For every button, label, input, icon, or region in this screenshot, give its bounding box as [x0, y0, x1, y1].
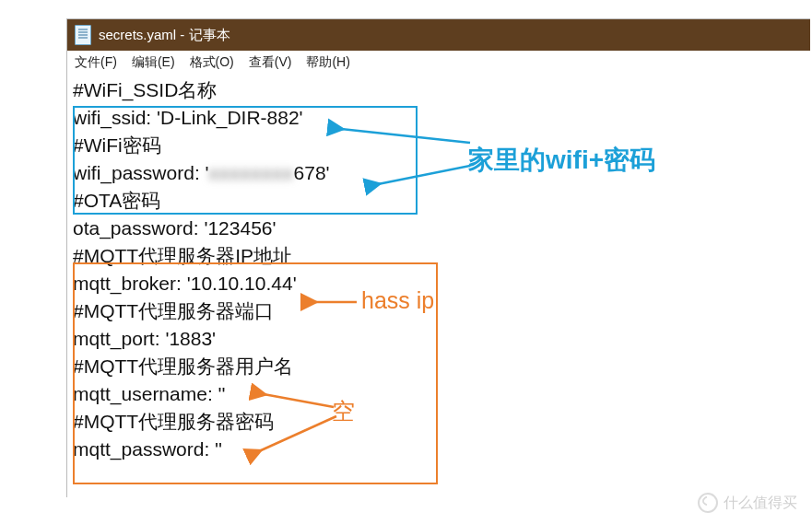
text-line: #MQTT代理服务器端口	[73, 297, 805, 325]
text-line: #MQTT代理服务器密码	[73, 408, 805, 436]
watermark-icon	[698, 493, 718, 513]
menu-help[interactable]: 帮助(H)	[299, 54, 357, 71]
menu-file[interactable]: 文件(F)	[67, 54, 124, 71]
text-line: #WiFi密码	[73, 132, 805, 159]
text-fragment: wifi_password: '	[73, 162, 209, 183]
notepad-icon	[75, 25, 91, 45]
notepad-window: secrets.yaml - 记事本 文件(F) 编辑(E) 格式(O) 查看(…	[66, 18, 810, 497]
window-title: secrets.yaml - 记事本	[99, 27, 230, 44]
menu-view[interactable]: 查看(V)	[241, 54, 300, 71]
text-line: mqtt_port: '1883'	[73, 325, 805, 353]
text-line: #WiFi_SSID名称	[73, 76, 805, 104]
text-line: wifi_password: 'xxxxxxxx678'	[73, 159, 805, 187]
menu-format[interactable]: 格式(O)	[182, 54, 241, 71]
titlebar[interactable]: secrets.yaml - 记事本	[67, 19, 810, 51]
text-fragment: 678'	[294, 162, 330, 183]
client-area: 文件(F) 编辑(E) 格式(O) 查看(V) 帮助(H) #WiFi_SSID…	[67, 51, 810, 463]
text-line: #MQTT代理服务器用户名	[73, 353, 805, 380]
watermark: 什么值得买	[698, 493, 797, 513]
text-line: mqtt_broker: '10.10.10.44'	[73, 270, 805, 297]
redacted-password: xxxxxxxx	[209, 159, 294, 187]
text-line: #OTA密码	[73, 187, 805, 215]
text-line: mqtt_password: ''	[73, 436, 805, 463]
text-line: ota_password: '123456'	[73, 215, 805, 242]
menu-edit[interactable]: 编辑(E)	[124, 54, 182, 71]
text-line: #MQTT代理服务器IP地址	[73, 242, 805, 270]
watermark-text: 什么值得买	[724, 494, 797, 513]
text-editor[interactable]: #WiFi_SSID名称 wifi_ssid: 'D-Link_DIR-882'…	[67, 75, 810, 463]
text-line: wifi_ssid: 'D-Link_DIR-882'	[73, 104, 805, 132]
text-line: mqtt_username: ''	[73, 380, 805, 408]
menubar: 文件(F) 编辑(E) 格式(O) 查看(V) 帮助(H)	[67, 51, 810, 75]
